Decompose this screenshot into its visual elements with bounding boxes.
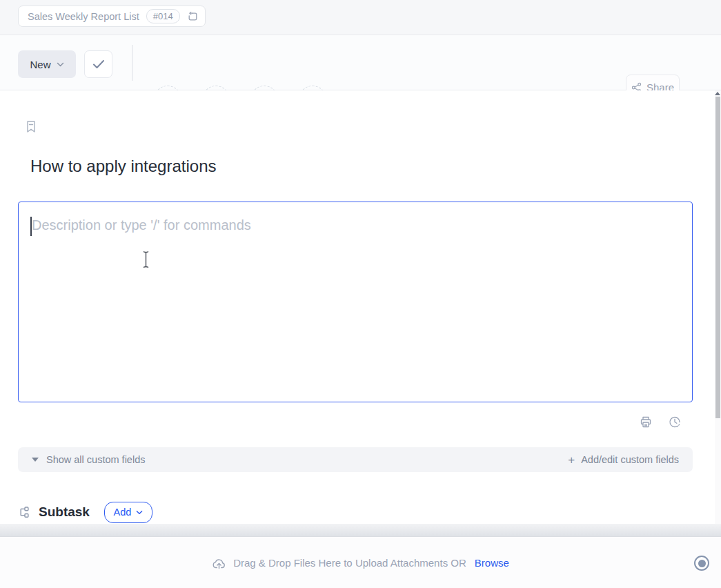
upload-cloud-icon bbox=[212, 557, 226, 569]
bookmark-icon[interactable] bbox=[25, 120, 37, 133]
ibeam-cursor-icon bbox=[141, 251, 150, 268]
task-detail-panel: How to apply integrations Description or… bbox=[0, 90, 721, 536]
description-placeholder: Description or type '/' for commands bbox=[32, 217, 251, 233]
toolbar-divider bbox=[132, 45, 133, 81]
dropzone-text: Drag & Drop Files Here to Upload Attachm… bbox=[233, 557, 466, 569]
new-button[interactable]: New bbox=[18, 50, 76, 78]
record-icon bbox=[698, 560, 706, 567]
file-dropzone[interactable]: Drag & Drop Files Here to Upload Attachm… bbox=[0, 537, 721, 588]
task-title[interactable]: How to apply integrations bbox=[30, 157, 216, 176]
browse-link[interactable]: Browse bbox=[475, 557, 509, 569]
task-id-badge[interactable]: #014 bbox=[146, 9, 180, 23]
content-bottom-shadow bbox=[0, 524, 721, 536]
duplicate-icon[interactable] bbox=[187, 11, 198, 22]
scrollbar-thumb[interactable] bbox=[715, 97, 720, 418]
new-button-label: New bbox=[30, 59, 50, 70]
show-custom-fields-label: Show all custom fields bbox=[46, 454, 145, 465]
clock-icon[interactable] bbox=[669, 415, 681, 429]
chevron-down-icon bbox=[57, 62, 64, 67]
chevron-down-icon bbox=[136, 510, 143, 515]
printer-icon[interactable] bbox=[640, 415, 652, 429]
add-edit-custom-fields-button[interactable]: + Add/edit custom fields bbox=[568, 454, 679, 466]
record-button[interactable] bbox=[694, 556, 709, 571]
attachments-footer: Drag & Drop Files Here to Upload Attachm… bbox=[0, 536, 721, 588]
plus-icon: + bbox=[568, 454, 575, 466]
top-bar: Sales Weekly Report List #014 bbox=[0, 0, 721, 35]
check-icon bbox=[92, 59, 105, 69]
add-edit-custom-fields-label: Add/edit custom fields bbox=[581, 454, 679, 465]
subtask-tree-icon bbox=[18, 506, 32, 519]
description-editor[interactable]: Description or type '/' for commands bbox=[18, 202, 693, 402]
caret-down-icon bbox=[32, 458, 39, 462]
description-actions bbox=[640, 415, 681, 429]
breadcrumb-list-name[interactable]: Sales Weekly Report List bbox=[28, 11, 139, 22]
subtask-heading: Subtask bbox=[39, 504, 90, 520]
scrollbar-up-arrow[interactable] bbox=[715, 92, 720, 95]
show-custom-fields-toggle[interactable]: Show all custom fields bbox=[32, 454, 145, 465]
add-subtask-label: Add bbox=[114, 507, 132, 518]
custom-fields-bar: Show all custom fields + Add/edit custom… bbox=[18, 447, 693, 472]
add-subtask-button[interactable]: Add bbox=[104, 502, 152, 523]
mark-complete-button[interactable] bbox=[84, 50, 112, 78]
task-toolbar: New bbox=[0, 35, 721, 90]
breadcrumb[interactable]: Sales Weekly Report List #014 bbox=[18, 6, 206, 27]
subtask-section: Subtask Add bbox=[18, 501, 152, 523]
